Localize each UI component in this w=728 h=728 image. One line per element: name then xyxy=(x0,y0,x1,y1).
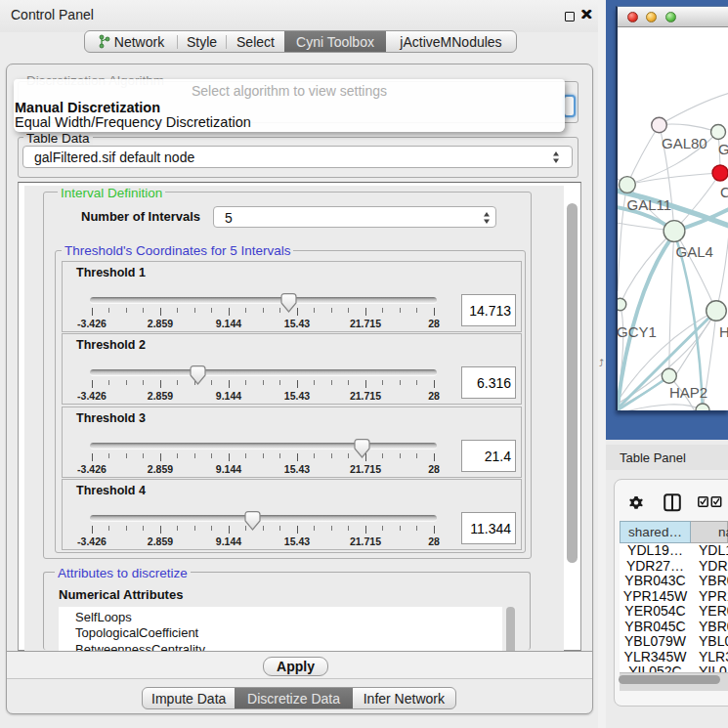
svg-text:GAL11: GAL11 xyxy=(627,196,672,213)
svg-text:C: C xyxy=(720,184,728,200)
svg-text:HAP2: HAP2 xyxy=(669,384,707,401)
svg-text:GAL4: GAL4 xyxy=(676,243,713,260)
svg-text:GCY1: GCY1 xyxy=(618,323,657,340)
svg-text:H: H xyxy=(719,323,728,340)
svg-text:GA: GA xyxy=(718,141,728,157)
svg-text:GAL80: GAL80 xyxy=(662,135,707,151)
